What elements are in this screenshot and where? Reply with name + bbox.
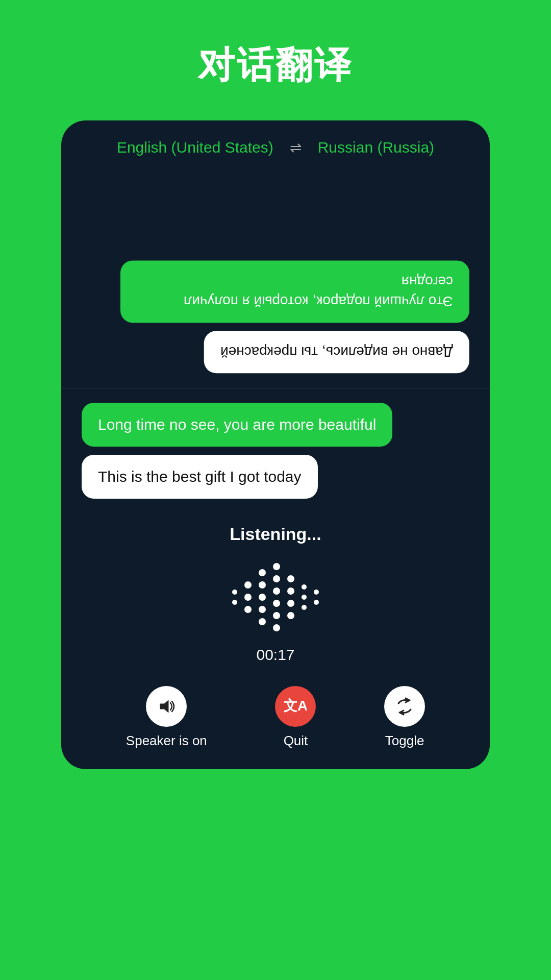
- wave-dot: [259, 618, 266, 625]
- wave-col-4: [273, 563, 280, 631]
- chat-area-top: Это лучший подарок, который я получил се…: [61, 170, 490, 384]
- section-divider: [61, 388, 490, 388]
- toggle-button[interactable]: [384, 686, 425, 727]
- wave-dot: [287, 600, 294, 607]
- swap-icon[interactable]: ⇌: [290, 139, 302, 156]
- speaker-label: Speaker is on: [126, 733, 207, 749]
- chat-area-bottom: Long time no see, you are more beautiful…: [61, 393, 490, 509]
- wave-dot: [259, 594, 266, 601]
- wave-col-1: [232, 590, 237, 605]
- wave-dot: [287, 612, 294, 619]
- wave-dot: [259, 569, 266, 576]
- app-title: 对话翻译: [198, 41, 353, 90]
- message-bubble-flipped-white: Давно не виделись, ты прекрасней: [204, 331, 469, 373]
- wave-col-2: [244, 581, 252, 613]
- speaker-control[interactable]: Speaker is on: [126, 686, 207, 749]
- message-bubble-green: Long time no see, you are more beautiful: [82, 403, 392, 447]
- toggle-control[interactable]: Toggle: [384, 686, 425, 749]
- wave-dot: [314, 590, 319, 595]
- wave-dot: [287, 587, 294, 595]
- wave-dot: [273, 587, 280, 595]
- wave-dot: [314, 600, 319, 605]
- wave-dot: [287, 575, 294, 582]
- listening-status: Listening...: [230, 524, 321, 544]
- message-bubble-white: This is the best gift I got today: [82, 455, 318, 499]
- svg-text:文A: 文A: [284, 698, 307, 714]
- quit-label: Quit: [284, 733, 308, 749]
- waveform: [232, 556, 319, 638]
- wave-dot: [244, 606, 252, 613]
- wave-col-6: [302, 584, 307, 610]
- toggle-label: Toggle: [385, 733, 424, 749]
- wave-dot: [259, 581, 266, 589]
- wave-dot: [244, 594, 252, 601]
- quit-control[interactable]: 文A Quit: [275, 686, 316, 749]
- wave-dot: [273, 624, 280, 631]
- wave-dot: [273, 600, 280, 607]
- wave-dot: [273, 563, 280, 570]
- timer-display: 00:17: [256, 646, 294, 664]
- wave-col-7: [314, 590, 319, 605]
- quit-button[interactable]: 文A: [275, 686, 316, 727]
- wave-dot: [232, 600, 237, 605]
- wave-dot: [302, 584, 307, 590]
- wave-dot: [302, 595, 307, 600]
- language-bar: English (United States) ⇌ Russian (Russi…: [61, 120, 490, 170]
- wave-dot: [244, 581, 252, 589]
- wave-dot: [302, 605, 307, 610]
- wave-dot: [273, 612, 280, 619]
- wave-dot: [273, 575, 280, 582]
- wave-col-5: [287, 575, 294, 619]
- speaker-button[interactable]: [146, 686, 187, 727]
- listening-section: Listening...: [61, 509, 490, 681]
- message-bubble-flipped-green: Это лучший подарок, который я получил се…: [120, 260, 469, 323]
- phone-card: English (United States) ⇌ Russian (Russi…: [61, 120, 490, 769]
- source-language[interactable]: English (United States): [117, 139, 273, 156]
- target-language[interactable]: Russian (Russia): [318, 139, 434, 156]
- wave-col-3: [259, 569, 266, 625]
- svg-marker-0: [160, 700, 168, 713]
- wave-dot: [259, 606, 266, 613]
- wave-dot: [232, 590, 237, 595]
- controls-bar: Speaker is on 文A Quit Toggle: [61, 681, 490, 769]
